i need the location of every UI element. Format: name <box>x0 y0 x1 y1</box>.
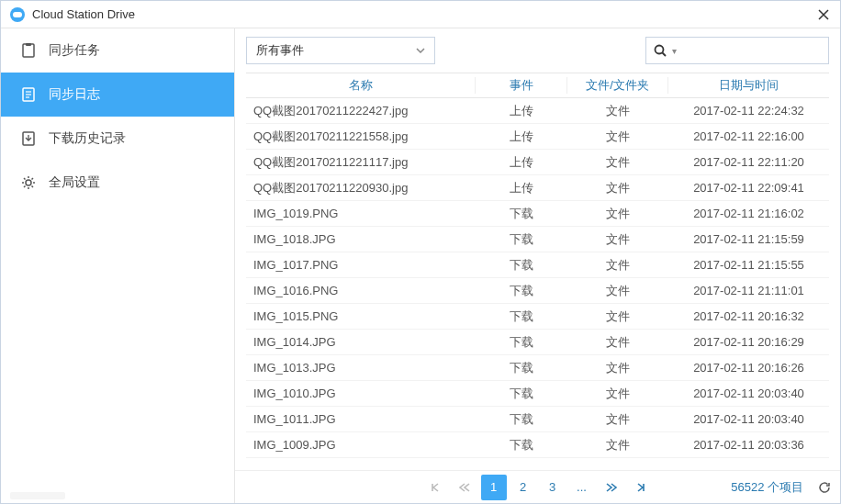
search-box[interactable]: ▾ <box>645 37 829 64</box>
cell-date: 2017-02-11 20:16:32 <box>668 309 829 323</box>
cell-name: QQ截图20170211220930.jpg <box>246 180 476 196</box>
cell-name: IMG_1017.PNG <box>246 258 476 272</box>
page-prev-button[interactable] <box>452 475 477 500</box>
close-icon <box>818 9 829 20</box>
cell-name: IMG_1011.JPG <box>246 412 476 426</box>
window-body: 同步任务 同步日志 下载历史记录 全局设置 <box>1 28 840 503</box>
cell-name: QQ截图20170211221558.jpg <box>246 129 476 145</box>
column-header-name[interactable]: 名称 <box>246 77 476 94</box>
next-icon <box>605 482 618 493</box>
sidebar-item-global-settings[interactable]: 全局设置 <box>1 161 234 205</box>
refresh-icon <box>818 481 831 494</box>
refresh-button[interactable] <box>818 481 831 494</box>
cell-event: 下载 <box>476 206 567 222</box>
total-items-label: 56522 个项目 <box>731 479 803 496</box>
cell-type: 文件 <box>567 103 668 119</box>
first-icon <box>430 482 441 493</box>
dropdown-label: 所有事件 <box>256 42 304 59</box>
table-body: QQ截图20170211222427.jpg上传文件2017-02-11 22:… <box>246 98 829 470</box>
event-filter-dropdown[interactable]: 所有事件 <box>246 37 435 64</box>
cell-event: 下载 <box>476 257 567 274</box>
cell-type: 文件 <box>567 257 668 274</box>
chevron-down-icon <box>416 48 425 53</box>
cell-date: 2017-02-11 20:03:40 <box>668 386 829 400</box>
column-header-type[interactable]: 文件/文件夹 <box>567 77 668 94</box>
cell-type: 文件 <box>567 386 668 402</box>
svg-point-8 <box>656 46 664 54</box>
cell-event: 下载 <box>476 231 567 248</box>
cell-event: 上传 <box>476 154 567 171</box>
cell-event: 下载 <box>476 308 567 325</box>
table-row[interactable]: IMG_1016.PNG下载文件2017-02-11 21:11:01 <box>246 278 829 304</box>
sidebar-item-label: 下载历史记录 <box>49 130 126 147</box>
svg-rect-0 <box>23 44 34 57</box>
cell-event: 下载 <box>476 283 567 299</box>
svg-point-7 <box>26 180 31 185</box>
table-row[interactable]: IMG_1014.JPG下载文件2017-02-11 20:16:29 <box>246 330 829 355</box>
sidebar-item-sync-log[interactable]: 同步日志 <box>1 73 234 117</box>
cell-date: 2017-02-11 21:16:02 <box>668 207 829 220</box>
cell-date: 2017-02-11 22:16:00 <box>668 129 829 143</box>
page-last-button[interactable] <box>628 475 654 500</box>
cell-name: IMG_1010.JPG <box>246 386 476 400</box>
table-row[interactable]: QQ截图20170211221117.jpg上传文件2017-02-11 22:… <box>246 150 829 175</box>
column-header-event[interactable]: 事件 <box>476 77 567 94</box>
cell-date: 2017-02-11 22:09:41 <box>668 181 829 195</box>
cell-type: 文件 <box>567 180 668 196</box>
pagination: 123 ... 56522 个项目 <box>235 470 840 503</box>
cell-name: IMG_1015.PNG <box>246 309 476 323</box>
sidebar-item-download-history[interactable]: 下载历史记录 <box>1 117 234 161</box>
table-row[interactable]: IMG_1015.PNG下载文件2017-02-11 20:16:32 <box>246 304 829 330</box>
cell-event: 上传 <box>476 180 567 196</box>
table-row[interactable]: IMG_1018.JPG下载文件2017-02-11 21:15:59 <box>246 227 829 252</box>
table-row[interactable]: IMG_1010.JPG下载文件2017-02-11 20:03:40 <box>246 381 829 407</box>
cell-type: 文件 <box>567 334 668 351</box>
page-number-button[interactable]: 2 <box>510 475 536 500</box>
table-row[interactable]: QQ截图20170211221558.jpg上传文件2017-02-11 22:… <box>246 124 829 150</box>
page-next-button[interactable] <box>599 475 624 500</box>
cell-type: 文件 <box>567 129 668 145</box>
sidebar: 同步任务 同步日志 下载历史记录 全局设置 <box>1 28 235 503</box>
page-number-button[interactable]: 3 <box>540 475 566 500</box>
page-first-button[interactable] <box>422 475 448 500</box>
sidebar-item-label: 全局设置 <box>49 174 100 191</box>
search-dropdown-icon: ▾ <box>672 46 677 56</box>
cell-name: IMG_1016.PNG <box>246 284 476 297</box>
table-row[interactable]: IMG_1011.JPG下载文件2017-02-11 20:03:40 <box>246 407 829 432</box>
gear-icon <box>19 174 38 192</box>
cell-name: IMG_1019.PNG <box>246 207 476 220</box>
cell-date: 2017-02-11 20:03:36 <box>668 438 829 452</box>
page-ellipsis: ... <box>569 475 595 500</box>
cell-event: 下载 <box>476 411 567 428</box>
cell-event: 下载 <box>476 360 567 376</box>
sidebar-item-sync-tasks[interactable]: 同步任务 <box>1 28 234 73</box>
app-window: Cloud Station Drive 同步任务 同步日志 <box>0 0 841 504</box>
horizontal-scrollbar[interactable] <box>10 492 65 499</box>
cell-date: 2017-02-11 20:03:40 <box>668 412 829 426</box>
sidebar-item-label: 同步日志 <box>49 86 100 103</box>
cell-event: 上传 <box>476 129 567 145</box>
toolbar: 所有事件 ▾ <box>235 28 840 73</box>
table-row[interactable]: QQ截图20170211220930.jpg上传文件2017-02-11 22:… <box>246 175 829 201</box>
cell-name: QQ截图20170211222427.jpg <box>246 103 476 119</box>
table-row[interactable]: IMG_1019.PNG下载文件2017-02-11 21:16:02 <box>246 201 829 227</box>
table-header: 名称 事件 文件/文件夹 日期与时间 <box>246 73 829 98</box>
cell-event: 下载 <box>476 334 567 351</box>
cell-date: 2017-02-11 21:15:59 <box>668 232 829 246</box>
table-row[interactable]: IMG_1017.PNG下载文件2017-02-11 21:15:55 <box>246 252 829 278</box>
page-number-button[interactable]: 1 <box>481 475 507 500</box>
table-row[interactable]: IMG_1013.JPG下载文件2017-02-11 20:16:26 <box>246 355 829 381</box>
cell-date: 2017-02-11 21:11:01 <box>668 284 829 297</box>
svg-rect-1 <box>26 43 31 46</box>
cell-event: 上传 <box>476 103 567 119</box>
app-logo-icon <box>10 7 25 22</box>
close-button[interactable] <box>816 7 831 22</box>
sidebar-item-label: 同步任务 <box>49 42 100 59</box>
table-row[interactable]: IMG_1009.JPG下载文件2017-02-11 20:03:36 <box>246 432 829 458</box>
column-header-date[interactable]: 日期与时间 <box>668 77 829 94</box>
sidebar-spacer <box>1 205 234 492</box>
cell-name: IMG_1009.JPG <box>246 438 476 452</box>
download-history-icon <box>19 129 38 148</box>
table-row[interactable]: QQ截图20170211222427.jpg上传文件2017-02-11 22:… <box>246 98 829 124</box>
cell-date: 2017-02-11 20:16:26 <box>668 361 829 375</box>
